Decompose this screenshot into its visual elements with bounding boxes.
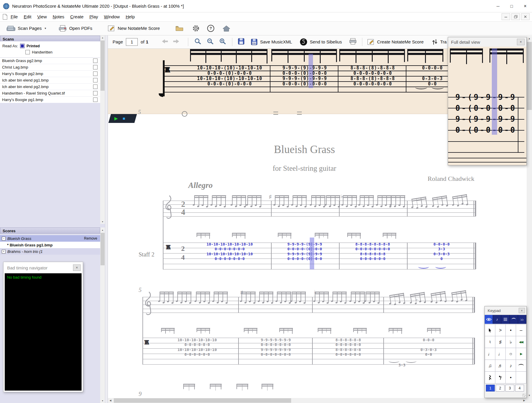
- sidebar-splitter[interactable]: [105, 35, 108, 403]
- scan-file-row[interactable]: Ich aber bin elend pg1.bmp: [0, 77, 100, 84]
- keypad-staccato-button[interactable]: •: [506, 324, 516, 336]
- keypad-quarter-note-button[interactable]: ♩: [485, 348, 495, 360]
- resize-grip[interactable]: [522, 394, 526, 397]
- tab-numbers: 10-10-10-(10)-10-10-10: [190, 65, 269, 71]
- keypad-tab-2[interactable]: 2: [496, 385, 505, 391]
- new-notateme-button[interactable]: New NotateMe Score: [108, 25, 160, 32]
- scan-file-checkbox[interactable]: [93, 84, 98, 89]
- keypad-accent-button[interactable]: >: [495, 324, 505, 336]
- page-number-input[interactable]: [126, 38, 138, 46]
- keypad-cursor-button[interactable]: [485, 324, 495, 336]
- keypad-rewind-button[interactable]: ◀◀: [516, 336, 526, 348]
- scan-file-row[interactable]: Handwritten - Ravel String Quartet.tif: [0, 90, 100, 97]
- scan-file-row[interactable]: Ich aber bin elend pg2.bmp: [0, 84, 100, 90]
- keypad-tab-4[interactable]: 4: [515, 385, 524, 391]
- full-detail-titlebar[interactable]: Full detail view ×: [448, 37, 526, 47]
- keypad-view-slur-icon[interactable]: [510, 315, 518, 324]
- send-to-sibelius-button[interactable]: Send to Sibelius: [300, 38, 342, 46]
- scan-file-checkbox[interactable]: [93, 91, 98, 95]
- horizontal-scrollbar[interactable]: ◀ ▶: [108, 398, 527, 403]
- menu-notes[interactable]: Notes: [50, 14, 67, 19]
- stop-icon[interactable]: ■: [123, 116, 125, 121]
- keypad-eighth-rest-button[interactable]: [495, 372, 505, 383]
- keypad-tab-1[interactable]: 1: [486, 385, 495, 391]
- scan-file-checkbox[interactable]: [93, 65, 98, 69]
- score-item-blueish-grass[interactable]: − Blueish Grass Remove: [0, 235, 100, 242]
- keypad-half-note-button[interactable]: ♩: [495, 348, 505, 360]
- close-icon[interactable]: ×: [519, 308, 525, 313]
- keypad-view-note-icon[interactable]: ♪: [493, 315, 501, 324]
- close-icon[interactable]: ×: [73, 264, 81, 271]
- save-musicxml-button[interactable]: XML Save MusicXML: [251, 38, 292, 46]
- chevron-down-icon[interactable]: ▾: [45, 27, 46, 30]
- keypad-eighth-note-button[interactable]: ♪: [506, 360, 516, 371]
- transpose-button[interactable]: Tra: [432, 39, 447, 45]
- keypad-beamed-eighths-button[interactable]: ♫: [485, 360, 495, 371]
- keypad-sharp-button[interactable]: ♯: [495, 336, 505, 348]
- menu-window[interactable]: Window: [101, 14, 123, 19]
- maximize-icon[interactable]: □: [505, 0, 518, 12]
- bad-timing-titlebar[interactable]: Bad timing navigator ×: [4, 262, 83, 273]
- previous-page-icon[interactable]: [160, 39, 168, 45]
- home-button[interactable]: [223, 25, 230, 32]
- menu-help[interactable]: Help: [123, 14, 138, 19]
- score-item-brahms[interactable]: + Brahms - horn trio (1: [0, 248, 100, 255]
- help-button[interactable]: ?: [207, 25, 214, 32]
- collapse-icon[interactable]: −: [2, 237, 6, 240]
- scores-scrollbar[interactable]: ▲ ▼: [100, 228, 105, 403]
- zoom-out-icon[interactable]: [207, 38, 214, 46]
- save-icon[interactable]: [238, 38, 245, 46]
- keypad-view-eye-icon[interactable]: [485, 315, 493, 324]
- scan-file-row[interactable]: Christ Lag.bmp: [0, 64, 100, 71]
- close-icon[interactable]: ×: [517, 39, 525, 45]
- keypad-view-bars-icon[interactable]: [501, 315, 510, 324]
- scan-file-row[interactable]: Harry's Boogie pg1.bmp: [0, 97, 100, 103]
- scans-scrollbar[interactable]: ▲ ▼: [100, 35, 105, 224]
- open-folder-button[interactable]: [175, 25, 184, 32]
- mdi-close-icon[interactable]: [521, 13, 530, 20]
- minimize-icon[interactable]: ─: [491, 0, 505, 12]
- keypad-beamed-sixteenths-button[interactable]: ♬: [495, 360, 505, 371]
- scan-file-row[interactable]: Harry's Boogie pg2.bmp: [0, 71, 100, 77]
- open-pdfs-button[interactable]: Open PDFs: [59, 25, 92, 32]
- scan-file-checkbox[interactable]: [93, 72, 98, 76]
- menu-view[interactable]: View: [34, 14, 50, 19]
- keypad-dot-button[interactable]: •: [506, 372, 516, 383]
- score-item-page[interactable]: * Blueish Grass pg1.bmp: [0, 242, 100, 248]
- keypad-tie-button[interactable]: [516, 360, 526, 371]
- scan-file-checkbox[interactable]: [93, 98, 98, 102]
- remove-link[interactable]: Remove: [84, 236, 97, 240]
- printed-checkbox[interactable]: [20, 44, 25, 48]
- zoom-in-icon[interactable]: [219, 38, 227, 46]
- print-icon[interactable]: [349, 38, 357, 46]
- menu-create[interactable]: Create: [67, 14, 87, 19]
- mdi-minimize-icon[interactable]: [502, 13, 510, 20]
- play-icon[interactable]: ▶: [114, 116, 118, 121]
- menu-edit[interactable]: Edit: [21, 14, 34, 19]
- keypad-blank-button[interactable]: [516, 372, 526, 383]
- scan-file-row[interactable]: Blueish Grass pg2.bmp: [0, 58, 100, 64]
- keypad-flat-button[interactable]: ♭: [506, 336, 516, 348]
- keypad-tenuto-button[interactable]: –: [516, 324, 526, 336]
- keypad-quarter-rest-button[interactable]: [485, 372, 495, 383]
- keypad-titlebar[interactable]: Keypad ×: [485, 306, 526, 315]
- create-notateme-button[interactable]: Create NotateMe Score: [367, 38, 424, 46]
- keypad-natural-button[interactable]: ♮: [485, 336, 495, 348]
- keypad-whole-note-button[interactable]: ○: [506, 348, 516, 360]
- expand-icon[interactable]: +: [2, 250, 6, 254]
- keypad-view-doubleflat-icon[interactable]: ♭♭: [518, 315, 526, 324]
- menu-play[interactable]: Play: [87, 14, 101, 19]
- scan-file-checkbox[interactable]: [93, 58, 98, 63]
- close-icon[interactable]: ×: [518, 0, 532, 12]
- mdi-restore-icon[interactable]: [511, 13, 520, 20]
- settings-button[interactable]: [192, 25, 200, 32]
- menu-file[interactable]: File: [8, 14, 21, 19]
- next-page-icon[interactable]: [173, 39, 181, 45]
- zoom-tool-icon[interactable]: [194, 38, 202, 46]
- scan-file-checkbox[interactable]: [93, 78, 98, 82]
- vertical-scrollbar[interactable]: ▲ ▼: [527, 36, 532, 398]
- handwritten-checkbox[interactable]: [25, 50, 30, 54]
- keypad-tab-3[interactable]: 3: [505, 385, 514, 391]
- keypad-play-button[interactable]: ▶: [516, 348, 526, 360]
- scan-pages-button[interactable]: Scan Pages ▾: [7, 25, 46, 32]
